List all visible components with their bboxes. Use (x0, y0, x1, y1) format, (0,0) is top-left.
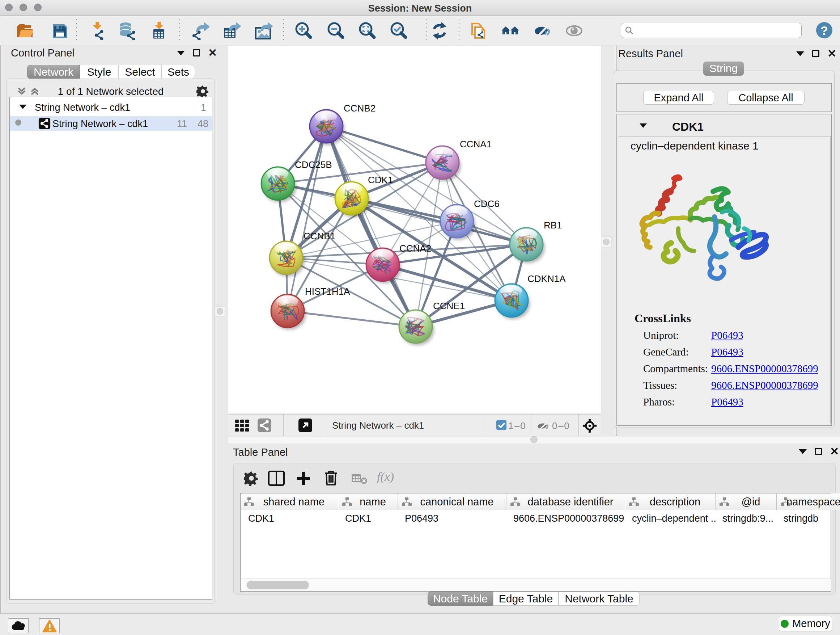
svg-text:CCNA1: CCNA1 (460, 139, 492, 149)
svg-text:RB1: RB1 (544, 220, 562, 231)
svg-text:CCNB1: CCNB1 (303, 231, 335, 241)
svg-text:f(x): f(x) (377, 470, 394, 484)
svg-text:CDK1: CDK1 (368, 174, 393, 185)
svg-text:CCNB2: CCNB2 (344, 103, 376, 114)
svg-text:CDC6: CDC6 (474, 198, 500, 209)
svg-text:HIST1H1A: HIST1H1A (305, 286, 350, 297)
svg-text:CCNA2: CCNA2 (399, 243, 431, 254)
svg-text:CDC25B: CDC25B (295, 159, 332, 170)
svg-text:CCNE1: CCNE1 (433, 301, 465, 311)
svg-text:CDKN1A: CDKN1A (527, 273, 566, 284)
